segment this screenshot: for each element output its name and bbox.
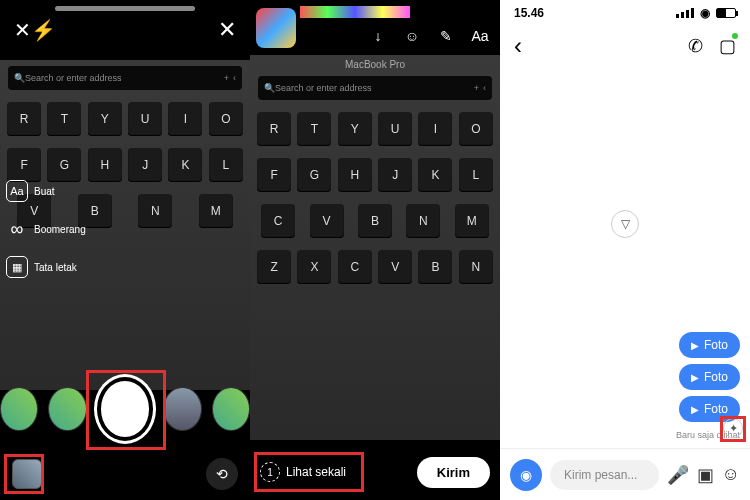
color-palette (300, 6, 410, 18)
key: X (297, 250, 331, 284)
key: Y (338, 112, 372, 146)
key: V (378, 250, 412, 284)
touchbar-search-icon: 🔍 (264, 83, 275, 93)
mic-icon[interactable]: 🎤 (667, 464, 689, 486)
send-button[interactable]: Kirim (417, 457, 490, 488)
mode-label: Buat (34, 186, 55, 197)
highlight-box (86, 370, 166, 450)
key: I (168, 102, 202, 136)
key: N (138, 194, 172, 228)
key: G (47, 148, 81, 182)
key: B (418, 250, 452, 284)
back-icon[interactable]: ‹ (514, 32, 522, 60)
touchbar: 🔍 Search or enter address + ‹ (8, 66, 242, 90)
sheet-handle[interactable] (55, 6, 195, 11)
sticker-icon[interactable]: ☺ (722, 464, 740, 485)
camera-modes: AaBuat ∞Boomerang ▦Tata letak (6, 180, 86, 294)
touchbar: 🔍 Search or enter address + ‹ (258, 76, 492, 100)
close-icon[interactable]: ✕ (218, 17, 236, 43)
camera-topbar: ✕⚡ ✕ (0, 0, 250, 60)
key: N (406, 204, 440, 238)
photos-app-icon[interactable] (256, 8, 296, 48)
touchbar-arrow-icon: ‹ (233, 73, 236, 83)
bubble-label: Foto (704, 402, 728, 416)
key: G (297, 158, 331, 192)
filter-thumb[interactable] (212, 387, 250, 431)
key: T (297, 112, 331, 146)
bubble-label: Foto (704, 370, 728, 384)
key: Z (257, 250, 291, 284)
key: M (455, 204, 489, 238)
highlight-box (4, 454, 44, 494)
mode-create[interactable]: AaBuat (6, 180, 86, 202)
compose-bar: ◉ Kirim pesan... 🎤 ▣ ☺ (500, 448, 750, 500)
chat-screen: 15.46 ◉ ‹ ✆ ▢ ▽ ▶Foto ▶Foto ▶Foto Baru s… (500, 0, 750, 500)
key: L (459, 158, 493, 192)
filter-thumb[interactable] (163, 387, 201, 431)
battery-icon (716, 8, 736, 18)
touchbar-search-text: Search or enter address (25, 73, 220, 83)
switch-camera-icon[interactable]: ⟲ (206, 458, 238, 490)
camera-button-icon[interactable]: ◉ (510, 459, 542, 491)
key: B (358, 204, 392, 238)
touchbar-plus: + (224, 73, 229, 83)
key: J (128, 148, 162, 182)
key: R (257, 112, 291, 146)
key: T (47, 102, 81, 136)
touchbar-search-text: Search or enter address (275, 83, 470, 93)
key: O (459, 112, 493, 146)
touchbar-plus: + (474, 83, 479, 93)
edit-topbar: ↓ ☺ ✎ Aa (250, 0, 500, 55)
image-icon[interactable]: ▣ (697, 464, 714, 486)
text-icon: Aa (6, 180, 28, 202)
touchbar-search-icon: 🔍 (14, 73, 25, 83)
play-icon: ▶ (691, 404, 699, 415)
key: C (338, 250, 372, 284)
key: F (7, 148, 41, 182)
mode-label: Tata letak (34, 262, 77, 273)
key: N (459, 250, 493, 284)
filter-thumb[interactable] (48, 387, 86, 431)
photo-bubble[interactable]: ▶Foto (679, 332, 740, 358)
key: K (418, 158, 452, 192)
layout-icon: ▦ (6, 256, 28, 278)
play-icon: ▶ (691, 340, 699, 351)
key: F (257, 158, 291, 192)
video-call-icon[interactable]: ▢ (719, 35, 736, 57)
download-icon[interactable]: ↓ (366, 24, 390, 48)
call-icon[interactable]: ✆ (688, 35, 703, 57)
key: Y (88, 102, 122, 136)
highlight-box (720, 416, 746, 442)
mode-label: Boomerang (34, 224, 86, 235)
key: H (338, 158, 372, 192)
message-input[interactable]: Kirim pesan... (550, 460, 659, 490)
text-tool-icon[interactable]: Aa (468, 24, 492, 48)
camera-story-screen: ✕⚡ ✕ 🔍 Search or enter address + ‹ RTYUI… (0, 0, 250, 500)
key: O (209, 102, 243, 136)
key: K (168, 148, 202, 182)
sticker-icon[interactable]: ☺ (400, 24, 424, 48)
draw-icon[interactable]: ✎ (434, 24, 458, 48)
key: R (7, 102, 41, 136)
photo-preview: MacBook Pro 🔍 Search or enter address + … (250, 55, 500, 440)
key: J (378, 158, 412, 192)
flash-off-icon[interactable]: ✕⚡ (14, 18, 56, 42)
photo-edit-screen: ↓ ☺ ✎ Aa MacBook Pro 🔍 Search or enter a… (250, 0, 500, 500)
chat-body[interactable]: ▽ ▶Foto ▶Foto ▶Foto Baru saja dilihat (500, 60, 750, 448)
status-time: 15.46 (514, 6, 544, 20)
signal-icon (676, 8, 694, 18)
mode-boomerang[interactable]: ∞Boomerang (6, 218, 86, 240)
mode-layout[interactable]: ▦Tata letak (6, 256, 86, 278)
status-bar: 15.46 ◉ (500, 0, 750, 26)
key: H (88, 148, 122, 182)
photo-bubble[interactable]: ▶Foto (679, 364, 740, 390)
play-icon: ▶ (691, 372, 699, 383)
highlight-box (254, 452, 364, 492)
touchbar-arrow-icon: ‹ (483, 83, 486, 93)
wifi-icon: ◉ (700, 6, 710, 20)
key: U (128, 102, 162, 136)
macbook-label: MacBook Pro (250, 59, 500, 70)
key: C (261, 204, 295, 238)
key: V (310, 204, 344, 238)
filter-thumb[interactable] (0, 387, 38, 431)
